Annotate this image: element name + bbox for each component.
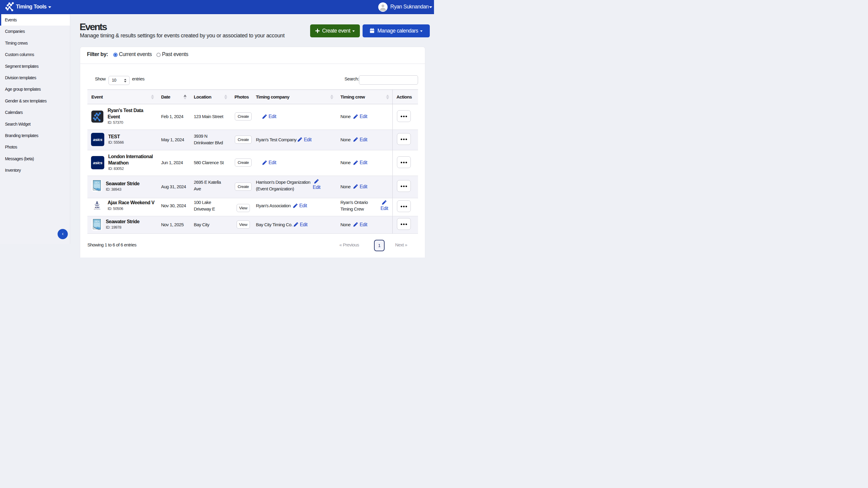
svg-text:SEA: SEA [95, 181, 99, 184]
svg-text:SEA: SEA [95, 220, 99, 223]
svg-text:STRIDE: STRIDE [94, 225, 100, 227]
svg-text:AJAX: AJAX [95, 206, 99, 208]
svg-text:WATER: WATER [94, 184, 100, 186]
svg-text:asics: asics [93, 137, 103, 142]
svg-text:STRIDE: STRIDE [94, 186, 100, 188]
svg-text:WATER: WATER [94, 223, 100, 225]
svg-text:asics: asics [93, 161, 103, 165]
svg-text:RACE WEEKEND: RACE WEEKEND [94, 209, 101, 210]
